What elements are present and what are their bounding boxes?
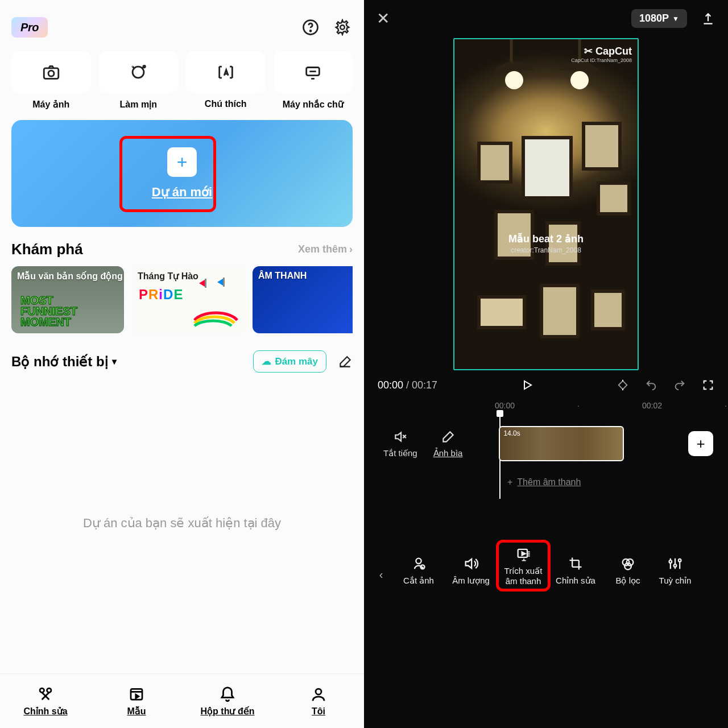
svg-point-5 [133, 67, 144, 78]
help-icon[interactable] [300, 17, 321, 38]
svg-point-17 [416, 559, 421, 564]
cloud-icon: ☁ [262, 355, 271, 367]
editor-toolbar: ‹ Cắt ảnh Âm lượng Trích xuất âm thanh C… [364, 542, 728, 599]
template-card-2[interactable]: Tháng Tự Hào PRiDE [132, 266, 245, 333]
timeline[interactable]: Tắt tiếng Ảnh bìa 14.0s + + Thêm âm than… [364, 411, 728, 542]
time-display: 00:00 / 00:17 [378, 379, 437, 391]
svg-point-22 [624, 563, 631, 570]
tool-volume[interactable]: Âm lượng [446, 552, 496, 589]
timeline-ruler: 00:00·00:02· [364, 400, 728, 411]
chevron-right-icon: › [349, 243, 353, 255]
storage-dropdown[interactable]: Bộ nhớ thiết bị ▾ [11, 354, 117, 370]
bottom-nav: Chỉnh sửa Mẫu Hộp thư đến Tôi [0, 673, 364, 728]
empty-projects-message: Dự án của bạn sẽ xuất hiện tại đây [11, 373, 353, 673]
playback-bar: 00:00 / 00:17 [364, 370, 728, 400]
svg-rect-10 [223, 278, 225, 287]
camera-tool[interactable] [11, 51, 91, 93]
svg-point-2 [340, 25, 345, 30]
mute-button[interactable]: Tắt tiếng [383, 429, 417, 458]
svg-point-14 [316, 689, 321, 694]
svg-rect-3 [44, 68, 59, 78]
explore-title: Khám phá [11, 241, 83, 258]
preview-subtitle: creator:TranNam_2008 [454, 246, 638, 254]
keyframe-icon[interactable] [617, 379, 629, 391]
camera-label: Máy ảnh [11, 99, 91, 110]
edit-icon[interactable] [338, 354, 353, 369]
svg-point-6 [133, 67, 133, 67]
resolution-dropdown[interactable]: 1080P ▼ [631, 9, 687, 28]
tool-edit[interactable]: Chỉnh sửa [551, 552, 601, 589]
home-screen: Pro Máy ảnh Làm mịn [0, 0, 364, 728]
watermark: ✂ CapCut CapCut ID:TranNam_2008 [571, 45, 632, 63]
nav-edit[interactable]: Chỉnh sửa [0, 674, 91, 728]
chevron-down-icon: ▾ [112, 356, 117, 367]
play-button[interactable] [520, 378, 534, 392]
svg-point-15 [505, 71, 523, 89]
template-inner-text: MOSTFUNNIESTMOMENT [20, 295, 77, 328]
see-more-button[interactable]: Xem thêm › [298, 243, 353, 255]
redo-icon[interactable] [673, 379, 686, 391]
template-card-1[interactable]: Mẫu văn bản sống động MOSTFUNNIESTMOMENT [11, 266, 124, 333]
svg-point-1 [310, 30, 311, 31]
svg-point-25 [679, 559, 681, 562]
quick-tools: Máy ảnh Làm mịn Chú thích Máy nhắc chữ [11, 51, 353, 110]
svg-point-23 [669, 560, 672, 563]
export-icon[interactable] [701, 11, 715, 26]
teleprompter-tool[interactable] [274, 51, 353, 93]
svg-rect-19 [518, 549, 527, 557]
new-project-card[interactable]: + Dự án mới [11, 120, 353, 227]
svg-point-7 [143, 65, 145, 67]
tool-extract-audio[interactable]: Trích xuất âm thanh [498, 542, 548, 589]
nav-templates[interactable]: Mẫu [91, 674, 182, 728]
highlight-annotation [119, 136, 216, 212]
caption-tool[interactable] [186, 51, 266, 93]
undo-icon[interactable] [645, 379, 657, 391]
nav-inbox[interactable]: Hộp thư đến [182, 674, 273, 728]
svg-rect-9 [205, 279, 206, 288]
svg-point-4 [48, 71, 54, 76]
fullscreen-icon[interactable] [702, 379, 714, 391]
settings-icon[interactable] [332, 17, 353, 38]
pro-badge[interactable]: Pro [11, 17, 48, 38]
editor-top-bar: ✕ 1080P ▼ [364, 0, 728, 34]
caption-label: Chú thích [186, 99, 266, 109]
top-bar: Pro [11, 11, 353, 43]
svg-point-12 [47, 688, 52, 693]
add-audio-button[interactable]: + Thêm âm thanh [507, 477, 581, 487]
nav-me[interactable]: Tôi [273, 674, 364, 728]
retouch-tool[interactable] [99, 51, 179, 93]
tool-adjust[interactable]: Tuỳ chỉn [655, 552, 695, 589]
teleprompter-label: Máy nhắc chữ [274, 99, 353, 110]
svg-point-16 [570, 71, 589, 89]
template-row: Mẫu văn bản sống động MOSTFUNNIESTMOMENT… [11, 266, 353, 333]
toolbar-back-icon[interactable]: ‹ [371, 560, 391, 589]
retouch-label: Làm mịn [99, 99, 179, 110]
template-card-3[interactable]: ÂM THANH [253, 266, 353, 333]
chevron-down-icon: ▼ [672, 15, 679, 23]
editor-screen: ✕ 1080P ▼ [364, 0, 728, 728]
close-icon[interactable]: ✕ [377, 9, 390, 28]
video-preview[interactable]: ✂ CapCut CapCut ID:TranNam_2008 Mẫu beat… [453, 38, 639, 370]
add-clip-button[interactable]: + [688, 431, 713, 456]
cover-button[interactable]: Ảnh bìa [433, 429, 463, 458]
cloud-button[interactable]: ☁ Đám mây [253, 350, 326, 373]
plus-icon: + [507, 477, 512, 487]
tool-crop[interactable]: Cắt ảnh [394, 552, 444, 589]
svg-point-24 [674, 564, 677, 567]
tool-filter[interactable]: Bộ lọc [603, 552, 653, 589]
video-clip[interactable]: 14.0s [499, 426, 624, 461]
preview-title: Mẫu beat 2 ảnh [454, 233, 638, 245]
svg-point-11 [40, 688, 44, 693]
